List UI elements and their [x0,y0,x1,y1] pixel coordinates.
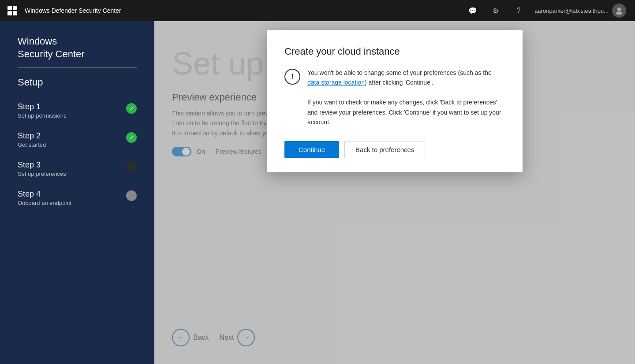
step-2-name: Step 2 [18,131,126,141]
app-title: Windows Defender Security Center [25,7,462,14]
modal-title: Create your cloud instance [284,46,505,57]
topbar: Windows Defender Security Center 💬 ⚙ ? a… [0,0,635,21]
modal-body: ! You won't be able to change some of yo… [284,68,505,127]
user-email: aaronparker@lab.stealthpu... [534,7,609,14]
data-storage-link[interactable]: data storage location [307,79,365,86]
layout: Windows Security Center Setup Step 1 Set… [0,21,635,364]
sidebar: Windows Security Center Setup Step 1 Set… [0,21,154,364]
modal-text: You won't be able to change some of your… [307,68,505,127]
help-button[interactable]: ? [508,0,529,21]
step-1-indicator: ✓ [126,103,137,114]
step-3-item: Step 3 Set up preferences [18,160,137,177]
step-4-indicator [126,190,137,201]
step-4-desc: Onboard an endpoint [18,200,126,206]
step-2-desc: Get started [18,141,126,148]
back-to-preferences-button[interactable]: Back to preferences [344,141,425,158]
step-1-name: Step 1 [18,102,126,111]
warning-icon: ! [284,69,300,85]
modal-buttons: Continue Back to preferences [284,141,505,158]
step-2-item: Step 2 Get started ✓ [18,131,137,148]
chat-button[interactable]: 💬 [462,0,483,21]
step-3-name: Step 3 [18,160,126,170]
check-icon: ✓ [129,105,134,112]
check-icon-2: ✓ [129,134,134,141]
sidebar-section-title: Setup [18,77,137,88]
app-name-line2: Security Center [18,48,85,59]
sidebar-divider [18,67,137,68]
continue-button[interactable]: Continue [284,141,339,158]
modal-text-p2: If you want to check or make any changes… [307,97,505,127]
step-1-item: Step 1 Set up permissions ✓ [18,102,137,119]
step-3-desc: Set up preferences [18,171,126,177]
avatar [612,4,626,18]
step-3-indicator [126,161,137,172]
step-list: Step 1 Set up permissions ✓ Step 2 Get s… [18,102,137,206]
step-4-item: Step 4 Onboard an endpoint [18,189,137,206]
app-name: Windows Security Center [18,35,137,60]
step-1-desc: Set up permissions [18,112,126,119]
windows-logo-icon [5,4,19,18]
step-2-indicator: ✓ [126,132,137,143]
modal-text-p1: You won't be able to change some of your… [307,68,505,88]
svg-point-1 [616,11,622,15]
topbar-actions: 💬 ⚙ ? aaronparker@lab.stealthpu... [462,0,630,21]
user-menu[interactable]: aaronparker@lab.stealthpu... [531,4,630,18]
settings-button[interactable]: ⚙ [485,0,506,21]
modal-dialog: Create your cloud instance ! You won't b… [267,30,523,172]
modal-overlay: Create your cloud instance ! You won't b… [154,21,635,364]
app-name-line1: Windows [18,36,57,47]
main-content: Set up your preferences Preview experien… [154,21,635,364]
step-4-name: Step 4 [18,189,126,199]
svg-point-0 [617,7,621,11]
